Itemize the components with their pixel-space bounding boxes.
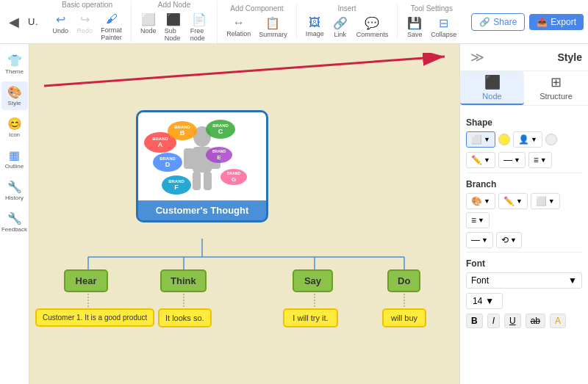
line-type-btn[interactable]: ✏️ ▼ (466, 152, 495, 168)
style-label: Style (8, 100, 21, 106)
panel-collapse-button[interactable]: ≫ (466, 48, 489, 67)
sidebar-item-history[interactable]: 🔧 History (1, 176, 28, 205)
relation-icon: ↔ (233, 16, 245, 29)
bold-button[interactable]: B (466, 314, 483, 328)
divider-2 (466, 252, 582, 253)
svg-line-1 (44, 57, 445, 86)
sidebar-item-icon[interactable]: 😊 Icon (1, 113, 28, 142)
free-node-button[interactable]: 📄 Free node (187, 11, 211, 43)
outline-icon: ▦ (9, 148, 20, 162)
icon-label: Icon (9, 131, 20, 138)
summary-label: Summary (259, 31, 287, 38)
export-label: Export (551, 17, 576, 27)
theme-icon: 👕 (7, 54, 22, 68)
add-component-section: Add Component ↔ Relation 📋 Summary (223, 4, 297, 40)
i-will-try-node[interactable]: I will try it. (283, 308, 338, 327)
format-painter-label: Format Painter (101, 26, 122, 41)
branch-opt1-btn[interactable]: — ▼ (466, 232, 493, 248)
center-node-label: Customer's Thought (138, 200, 266, 220)
redo-button[interactable]: ↪ Redo (74, 11, 96, 43)
share-icon: 🔗 (479, 17, 490, 27)
free-node-icon: 📄 (192, 12, 207, 26)
add-component-buttons: ↔ Relation 📋 Summary (223, 15, 290, 40)
link-icon: 🔗 (333, 16, 348, 30)
sub-node-button[interactable]: ⬛ Sub Node (162, 11, 185, 43)
svg-text:E: E (217, 154, 221, 161)
toolbar: ◀ U... Basic operation ↩ Undo ↪ Redo 🖌 F… (0, 0, 588, 44)
branch-line-btn[interactable]: ✏️ ▼ (498, 193, 528, 209)
say-node[interactable]: Say (293, 269, 333, 292)
right-panel: ≫ Style ⬛ Node ⊞ Structure Shape ⬜ ▼ 👤 ▼ (459, 44, 588, 384)
shape-rect-btn[interactable]: ⬜ ▼ (466, 131, 495, 148)
save-label: Save (407, 31, 423, 38)
branch-row-2: — ▼ ⟲ ▼ (466, 232, 582, 248)
feedback-icon: 🔧 (7, 211, 22, 225)
it-looks-so-node[interactable]: It looks so. (158, 308, 212, 327)
sidebar-item-outline[interactable]: ▦ Outline (1, 145, 28, 173)
summary-icon: 📋 (265, 16, 280, 30)
add-node-label: Add Node (158, 1, 190, 9)
svg-text:BRAND: BRAND (212, 149, 226, 153)
link-button[interactable]: 🔗 Link (329, 15, 351, 40)
font-family-select[interactable]: Font ▼ (466, 272, 582, 289)
branch-opt2-btn[interactable]: ⟲ ▼ (496, 232, 522, 248)
hear-node[interactable]: Hear (64, 269, 108, 292)
structure-tab-label: Structure (539, 92, 573, 101)
panel-content: Shape ⬜ ▼ 👤 ▼ ✏️ ▼ — ▼ ≡ ▼ Branch 🎨 ▼ ✏️… (460, 106, 588, 384)
comments-label: Comments (356, 31, 389, 38)
share-button[interactable]: 🔗 Share (471, 13, 525, 31)
image-label: Image (306, 30, 324, 37)
do-node[interactable]: Do (387, 269, 420, 292)
think-node[interactable]: Think (160, 269, 207, 292)
comments-button[interactable]: 💬 Comments (354, 15, 392, 40)
document-title: U... (28, 16, 39, 27)
basic-op-buttons: ↩ Undo ↪ Redo 🖌 Format Painter (49, 11, 125, 43)
node-button[interactable]: ⬜ Node (137, 11, 159, 43)
sub-node-label: Sub Node (165, 27, 182, 42)
font-family-value: Font (471, 275, 489, 286)
font-size-row: 14 ▼ (466, 293, 582, 309)
format-painter-button[interactable]: 🖌 Format Painter (98, 11, 125, 43)
back-button[interactable]: ◀ (4, 12, 24, 32)
line-thick-btn[interactable]: ≡ ▼ (528, 152, 552, 168)
branch-box-btn[interactable]: ⬜ ▼ (531, 193, 560, 209)
thought-bubble-svg: BRAND A BRAND B BRAND C BRAND D BRAND E (140, 115, 265, 199)
branch-color-btn[interactable]: 🎨 ▼ (466, 193, 495, 209)
font-color-button[interactable]: A (550, 314, 566, 328)
svg-rect-7 (193, 172, 201, 190)
basic-op-label: Basic operation (62, 1, 112, 9)
will-buy-node[interactable]: will buy (382, 308, 426, 327)
canvas-area[interactable]: BRAND A BRAND B BRAND C BRAND D BRAND E (29, 44, 459, 384)
tab-structure[interactable]: ⊞ Structure (524, 71, 588, 105)
image-icon: 🖼 (309, 16, 320, 29)
sidebar-item-feedback[interactable]: 🔧 Feedback (1, 208, 28, 236)
save-icon: 💾 (407, 16, 422, 30)
italic-button[interactable]: I (487, 314, 500, 328)
link-label: Link (334, 31, 346, 38)
shape-person-btn[interactable]: 👤 ▼ (513, 131, 542, 148)
undo-button[interactable]: ↩ Undo (49, 11, 71, 43)
underline-button[interactable]: U (504, 314, 521, 328)
center-node[interactable]: BRAND A BRAND B BRAND C BRAND D BRAND E (136, 110, 268, 222)
sidebar-item-theme[interactable]: 👕 Theme (1, 50, 28, 79)
export-button[interactable]: 📤 Export (529, 14, 584, 30)
collapse-button[interactable]: ⊟ Collapse (428, 15, 459, 40)
node-icon: ⬜ (141, 12, 156, 26)
tab-node[interactable]: ⬛ Node (460, 71, 524, 105)
summary-button[interactable]: 📋 Summary (256, 15, 290, 40)
sidebar-item-style[interactable]: 🎨 Style (1, 81, 28, 110)
branch-dashes-btn[interactable]: ≡ ▼ (466, 212, 490, 228)
strikethrough-button[interactable]: ab (526, 314, 545, 328)
svg-rect-8 (204, 172, 212, 190)
font-size-input[interactable]: 14 ▼ (466, 293, 503, 309)
line-style-btn[interactable]: — ▼ (498, 152, 526, 168)
image-button[interactable]: 🖼 Image (303, 15, 327, 40)
relation-button[interactable]: ↔ Relation (223, 15, 254, 40)
add-component-label: Add Component (230, 4, 283, 12)
svg-text:A: A (158, 141, 163, 148)
customer1-node[interactable]: Customer 1. It is a good product (35, 308, 154, 327)
outline-label: Outline (5, 163, 24, 170)
shape-color2-btn[interactable] (545, 134, 557, 145)
shape-color-btn[interactable] (498, 134, 510, 145)
save-button[interactable]: 💾 Save (404, 15, 426, 40)
